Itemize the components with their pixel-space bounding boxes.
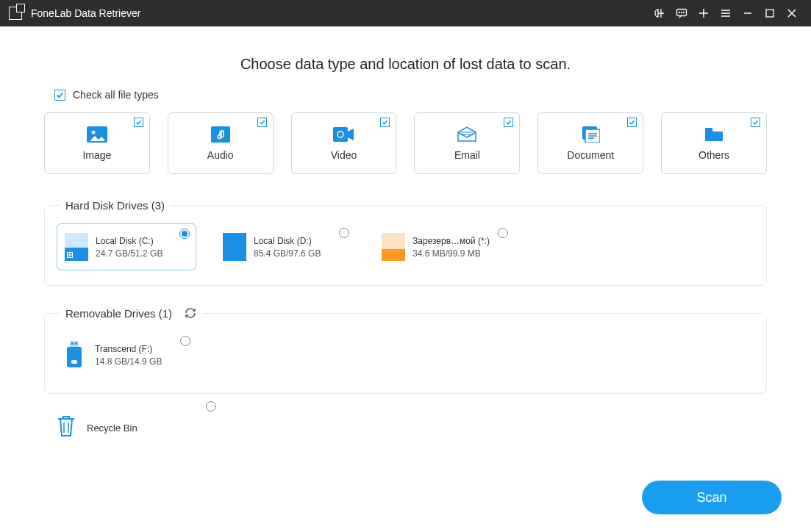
hdd-legend: Hard Disk Drives (3) (60, 199, 171, 212)
svg-rect-13 (65, 233, 88, 248)
type-image[interactable]: Image (44, 112, 150, 174)
recycle-label: Recycle Bin (87, 423, 137, 434)
type-image-checkbox[interactable] (134, 118, 143, 127)
drive-f-name: Transcend (F:) (95, 344, 162, 354)
drive-d[interactable]: Local Disk (D:) 85.4 GB/97.6 GB (215, 223, 355, 270)
type-document[interactable]: Document (537, 112, 643, 174)
main-content: Choose data type and location of lost da… (0, 26, 811, 473)
feedback-button[interactable] (671, 3, 692, 24)
scan-button[interactable]: Scan (642, 481, 782, 514)
svg-point-1 (679, 12, 680, 13)
drive-c-size: 24.7 GB/51.2 GB (96, 248, 162, 259)
page-heading: Choose data type and location of lost da… (44, 56, 767, 73)
svg-point-6 (91, 131, 95, 134)
document-icon (579, 126, 601, 143)
drive-c-radio[interactable] (179, 229, 190, 239)
minimize-button[interactable] (737, 3, 758, 24)
title-bar: FoneLab Data Retriever (0, 0, 811, 26)
hdd-section: Hard Disk Drives (3) Local Disk (C:) 24.… (44, 199, 767, 286)
svg-rect-23 (70, 341, 79, 347)
add-button[interactable] (693, 3, 714, 24)
svg-rect-16 (68, 253, 70, 255)
file-type-row: Image Audio Video Email Document Others (44, 112, 767, 174)
type-video-checkbox[interactable] (380, 118, 390, 127)
drive-c-name: Local Disk (C:) (96, 236, 162, 246)
drive-f-size: 14.8 GB/14.9 GB (95, 356, 162, 367)
type-others-label: Others (699, 149, 729, 161)
email-icon (456, 126, 478, 143)
drive-f-radio[interactable] (180, 336, 190, 346)
close-button[interactable] (782, 3, 802, 24)
recycle-bin-option[interactable]: Recycle Bin (56, 414, 196, 441)
maximize-button[interactable] (760, 3, 780, 24)
drive-reserved-size: 34.6 MB/99.9 MB (412, 248, 490, 259)
svg-point-3 (683, 12, 685, 13)
disk-icon (223, 233, 246, 261)
drive-reserved-name: Зарезерв…мой (*:) (412, 236, 490, 246)
type-others-checkbox[interactable] (751, 118, 760, 127)
disk-icon (65, 233, 88, 261)
menu-button[interactable] (715, 3, 736, 24)
svg-rect-4 (766, 10, 774, 17)
svg-rect-20 (223, 233, 246, 261)
video-icon (333, 126, 355, 143)
folder-icon (703, 126, 725, 143)
svg-rect-22 (382, 249, 405, 261)
app-logo-icon (9, 7, 22, 20)
check-all-label: Check all file types (73, 89, 159, 101)
type-video[interactable]: Video (291, 112, 397, 174)
type-document-checkbox[interactable] (627, 118, 637, 127)
type-document-label: Document (567, 149, 614, 161)
drive-f[interactable]: Transcend (F:) 14.8 GB/14.9 GB (57, 331, 196, 378)
svg-point-2 (681, 12, 682, 13)
type-others[interactable]: Others (661, 112, 767, 174)
type-video-label: Video (331, 149, 357, 161)
app-title: FoneLab Data Retriever (31, 7, 140, 19)
type-email[interactable]: Email (414, 112, 520, 174)
svg-rect-18 (68, 256, 70, 258)
type-image-label: Image (82, 149, 111, 161)
image-icon (86, 126, 108, 143)
svg-rect-25 (75, 342, 77, 345)
svg-rect-26 (67, 347, 82, 367)
svg-rect-17 (71, 253, 73, 255)
svg-rect-21 (382, 233, 405, 249)
recycle-radio[interactable] (206, 401, 216, 411)
drive-reserved-radio[interactable] (498, 228, 508, 238)
disk-icon (382, 233, 405, 261)
drive-d-name: Local Disk (D:) (254, 236, 321, 246)
type-audio-checkbox[interactable] (257, 118, 267, 127)
trash-icon (56, 414, 76, 441)
svg-rect-19 (71, 256, 73, 258)
type-email-checkbox[interactable] (504, 118, 513, 127)
drive-d-size: 85.4 GB/97.6 GB (254, 248, 321, 259)
type-audio[interactable]: Audio (168, 112, 274, 174)
drive-reserved[interactable]: Зарезерв…мой (*:) 34.6 MB/99.9 MB (374, 223, 514, 270)
svg-rect-12 (705, 128, 712, 132)
type-email-label: Email (454, 149, 480, 161)
drive-d-radio[interactable] (339, 228, 349, 238)
svg-rect-27 (71, 360, 77, 364)
svg-rect-8 (333, 127, 348, 142)
removable-section: Removable Drives (1) Transcend (F:) 14.8… (44, 306, 767, 394)
drive-c[interactable]: Local Disk (C:) 24.7 GB/51.2 GB (57, 223, 196, 270)
removable-legend: Removable Drives (1) (60, 306, 203, 320)
audio-icon (210, 126, 232, 143)
svg-rect-24 (71, 342, 74, 345)
check-all-row[interactable]: Check all file types (54, 89, 767, 101)
usb-icon (64, 341, 87, 369)
refresh-button[interactable] (184, 306, 197, 320)
type-audio-label: Audio (207, 149, 234, 161)
check-all-checkbox[interactable] (54, 90, 65, 101)
share-button[interactable] (649, 3, 670, 24)
